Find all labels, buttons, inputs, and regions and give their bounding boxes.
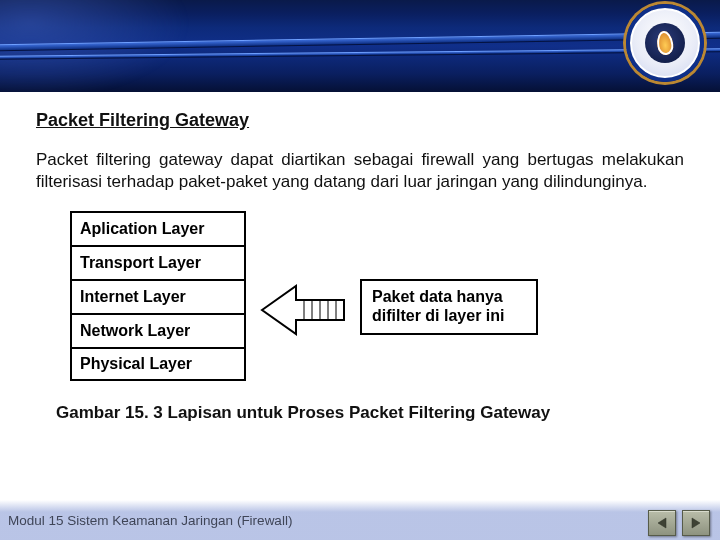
- logo-inner-icon: [645, 23, 686, 64]
- arrow-left-icon: [655, 516, 669, 530]
- footer-text: Modul 15 Sistem Keamanan Jaringan (Firew…: [8, 513, 292, 528]
- layer-cell: Aplication Layer: [70, 211, 246, 245]
- layer-diagram: Aplication Layer Transport Layer Interne…: [70, 211, 684, 381]
- layer-cell: Transport Layer: [70, 245, 246, 279]
- arrow-right-icon: [689, 516, 703, 530]
- next-slide-button[interactable]: [682, 510, 710, 536]
- header-bar: [0, 48, 720, 60]
- slide-footer: Modul 15 Sistem Keamanan Jaringan (Firew…: [0, 500, 720, 540]
- layer-cell: Internet Layer: [70, 279, 246, 313]
- layer-cell: Physical Layer: [70, 347, 246, 381]
- flame-icon: [655, 30, 674, 56]
- section-title: Packet Filtering Gateway: [36, 110, 684, 131]
- prev-slide-button[interactable]: [648, 510, 676, 536]
- section-body: Packet filtering gateway dapat diartikan…: [36, 149, 684, 193]
- slide-header: [0, 0, 720, 92]
- institution-logo: [626, 4, 704, 82]
- slide-nav: [648, 510, 710, 536]
- slide-content: Packet Filtering Gateway Packet filterin…: [0, 110, 720, 423]
- figure-caption: Gambar 15. 3 Lapisan untuk Proses Packet…: [56, 403, 684, 423]
- layer-cell: Network Layer: [70, 313, 246, 347]
- filter-note-box: Paket data hanya difilter di layer ini: [360, 279, 538, 335]
- layer-stack: Aplication Layer Transport Layer Interne…: [70, 211, 246, 381]
- arrow-left-icon: [260, 282, 346, 338]
- arrow-container: [260, 282, 346, 338]
